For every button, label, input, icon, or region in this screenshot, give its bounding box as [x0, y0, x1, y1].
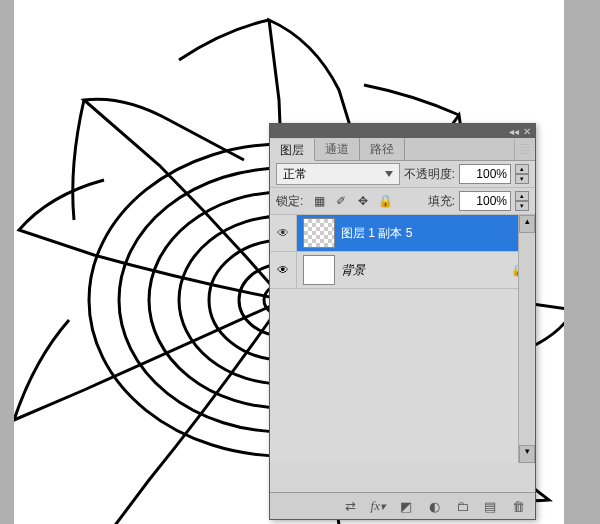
link-icon[interactable]: ⇄: [341, 497, 359, 515]
lock-move-icon[interactable]: ✥: [355, 193, 371, 209]
folder-icon[interactable]: 🗀: [453, 497, 471, 515]
lock-transparent-icon[interactable]: ▦: [311, 193, 327, 209]
lock-paint-icon[interactable]: ✐: [333, 193, 349, 209]
lock-row: 锁定: ▦ ✐ ✥ 🔒 填充: ▴▾: [270, 188, 535, 215]
lock-label: 锁定:: [276, 193, 303, 210]
collapse-icon[interactable]: ◂◂: [509, 126, 519, 137]
blend-mode-value: 正常: [283, 166, 307, 183]
lock-all-icon[interactable]: 🔒: [377, 193, 393, 209]
fill-stepper[interactable]: ▴▾: [515, 191, 529, 211]
fill-label: 填充:: [428, 193, 455, 210]
blend-mode-select[interactable]: 正常: [276, 163, 400, 185]
eye-icon[interactable]: 👁: [270, 215, 297, 251]
scrollbar[interactable]: ▴ ▾: [518, 215, 535, 463]
tab-layers[interactable]: 图层: [270, 139, 315, 161]
blend-row: 正常 不透明度: ▴▾: [270, 161, 535, 188]
fx-icon[interactable]: fx▾: [369, 497, 387, 515]
layer-row[interactable]: 👁 背景 🔒: [270, 252, 535, 289]
layer-thumbnail[interactable]: [303, 255, 335, 285]
fill-input[interactable]: [459, 191, 511, 211]
scroll-up-icon[interactable]: ▴: [519, 215, 535, 233]
layers-panel: ◂◂ ✕ 图层 通道 路径 正常 不透明度: ▴▾ 锁定: ▦ ✐ ✥ 🔒 填充…: [269, 123, 536, 520]
panel-menu-icon[interactable]: [514, 138, 535, 160]
adjust-icon[interactable]: ◐: [425, 497, 443, 515]
tab-channels[interactable]: 通道: [315, 138, 360, 160]
new-layer-icon[interactable]: ▤: [481, 497, 499, 515]
mask-icon[interactable]: ◩: [397, 497, 415, 515]
close-icon[interactable]: ✕: [523, 126, 531, 137]
layer-name[interactable]: 背景: [341, 262, 511, 279]
layer-list: 👁 图层 1 副本 5 👁 背景 🔒 ▴ ▾: [270, 215, 535, 463]
trash-icon[interactable]: 🗑: [509, 497, 527, 515]
scroll-down-icon[interactable]: ▾: [519, 445, 535, 463]
panel-footer: ⇄ fx▾ ◩ ◐ 🗀 ▤ 🗑: [270, 492, 535, 519]
panel-tabs: 图层 通道 路径: [270, 138, 535, 161]
opacity-input[interactable]: [459, 164, 511, 184]
layer-name[interactable]: 图层 1 副本 5: [341, 225, 535, 242]
layer-thumbnail[interactable]: [303, 218, 335, 248]
layer-row[interactable]: 👁 图层 1 副本 5: [270, 215, 535, 252]
panel-titlebar[interactable]: ◂◂ ✕: [270, 124, 535, 138]
tab-paths[interactable]: 路径: [360, 138, 405, 160]
opacity-stepper[interactable]: ▴▾: [515, 164, 529, 184]
chevron-down-icon: [385, 171, 393, 177]
opacity-label: 不透明度:: [404, 166, 455, 183]
eye-icon[interactable]: 👁: [270, 252, 297, 288]
